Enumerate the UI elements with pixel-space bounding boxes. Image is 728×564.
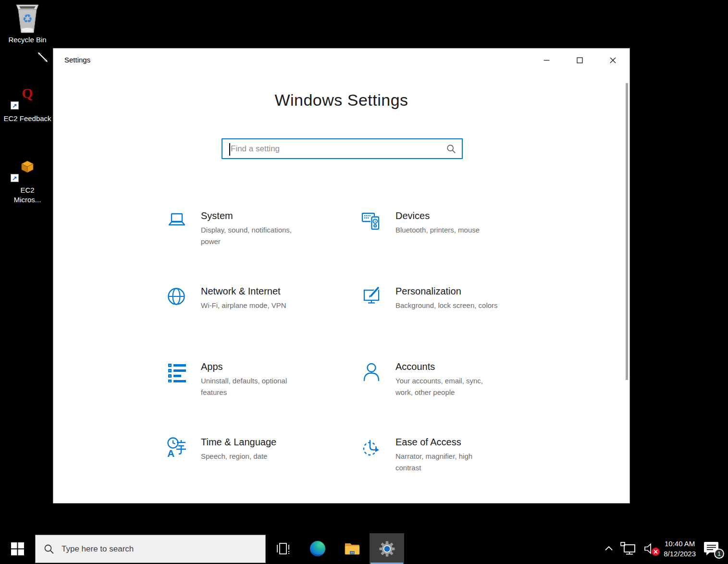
recycle-bin-icon: ♻ [13,3,41,34]
file-explorer-button[interactable] [335,533,370,564]
tray-clock[interactable]: 10:40 AM 8/12/2023 [664,539,696,559]
ec2-feedback-icon: Q [0,86,55,101]
settings-taskbar-button[interactable] [370,533,404,564]
accounts-person-icon [361,361,382,382]
tile-description: Narrator, magnifier, high contrast [395,451,517,474]
system-tray: 10:40 AM 8/12/2023 1 [605,533,728,564]
desktop-icon-label-line2: Micros... [0,195,55,205]
network-icon [620,542,637,555]
tile-title: Devices [395,209,517,222]
tile-ease-of-access[interactable]: Ease of Access Narrator, magnifier, high… [361,436,555,511]
tile-time-language[interactable]: A Time & Language Speech, region, date [166,436,361,511]
tray-date: 8/12/2023 [664,549,696,559]
time-language-icon: A [166,437,187,458]
tile-title: Accounts [395,360,517,373]
tile-devices[interactable]: Devices Bluetooth, printers, mouse [361,209,555,285]
tile-description: Bluetooth, printers, mouse [395,224,517,236]
tile-description: Speech, region, date [201,451,322,462]
file-explorer-icon [344,541,360,556]
tile-description: Background, lock screen, colors [395,300,517,311]
edge-browser-button[interactable] [300,533,335,564]
task-view-button[interactable] [266,533,300,564]
tile-title: System [201,209,322,222]
tray-time: 10:40 AM [665,539,695,549]
maximize-button[interactable] [563,49,596,72]
resize-cursor-icon [36,50,50,64]
ease-of-access-icon [361,437,382,458]
tile-title: Network & Internet [201,285,322,297]
desktop-icon-label: Recycle Bin [4,35,51,45]
settings-tiles-grid: System Display, sound, notifications, po… [166,209,555,511]
search-icon [44,544,54,554]
taskbar: 10:40 AM 8/12/2023 1 [0,533,728,564]
minimize-icon [543,57,550,63]
tile-system[interactable]: System Display, sound, notifications, po… [166,209,361,285]
desktop-icon-label-line1: EC2 [0,185,55,195]
shortcut-arrow-icon: ↗ [11,174,19,182]
system-icon [166,210,187,232]
tile-network-internet[interactable]: Network & Internet Wi-Fi, airplane mode,… [166,285,361,360]
settings-window: Settings Windows Settings [53,48,630,503]
svg-text:A: A [167,448,174,458]
desktop-icon-ec2-microsoft[interactable]: ↗ EC2 Micros... [0,160,55,205]
tile-description: Wi-Fi, airplane mode, VPN [201,300,322,311]
settings-gear-icon [379,541,395,557]
start-button[interactable] [0,533,35,564]
devices-icon [361,210,382,232]
windows-logo-icon [11,542,24,555]
desktop-icon-recycle-bin[interactable]: ♻ Recycle Bin [4,3,51,45]
caption-buttons [530,49,629,72]
find-setting-searchbox[interactable] [222,138,463,159]
text-caret [229,143,230,156]
close-icon [610,57,616,63]
notification-count-badge: 1 [714,549,724,559]
tile-description: Your accounts, email, sync, work, other … [395,375,517,398]
tile-personalization[interactable]: Personalization Background, lock screen,… [361,285,555,360]
action-center-button[interactable]: 1 [703,541,720,556]
shortcut-arrow-icon: ↗ [11,101,19,110]
taskbar-spacer [404,533,605,564]
tile-title: Time & Language [201,436,322,448]
task-view-icon [276,542,290,555]
tray-volume-button[interactable] [644,543,656,554]
tile-description: Uninstall, defaults, optional features [201,375,322,398]
chevron-up-icon [605,546,613,552]
taskbar-searchbox[interactable] [35,535,266,563]
desktop-icon-label: EC2 Feedback [0,114,55,123]
page-title: Windows Settings [53,91,629,110]
window-title: Settings [64,56,90,64]
window-scrollbar[interactable] [626,83,628,380]
desktop: ♻ Recycle Bin Q ↗ EC2 Feedback ↗ EC2 Mic… [0,0,728,564]
personalization-icon [361,286,382,307]
apps-icon [166,361,187,382]
tray-network-button[interactable] [620,542,637,555]
tray-chevron-button[interactable] [605,546,613,552]
tile-title: Ease of Access [395,436,517,448]
tile-accounts[interactable]: Accounts Your accounts, email, sync, wor… [361,360,555,436]
find-setting-input[interactable] [222,144,446,154]
tile-title: Personalization [395,285,517,297]
search-icon [446,144,456,154]
tile-description: Display, sound, notifications, power [201,224,322,247]
close-button[interactable] [596,49,629,72]
taskbar-search-input[interactable] [62,544,265,554]
svg-text:♻: ♻ [22,12,33,25]
minimize-button[interactable] [530,49,563,72]
desktop-icon-ec2-feedback[interactable]: Q ↗ EC2 Feedback [0,86,55,123]
tile-title: Apps [201,360,322,373]
edge-icon [309,540,326,557]
tile-apps[interactable]: Apps Uninstall, defaults, optional featu… [166,360,361,436]
maximize-icon [577,57,583,63]
aws-cube-icon [21,160,34,173]
network-globe-icon [166,286,187,307]
volume-mute-badge [652,548,660,556]
